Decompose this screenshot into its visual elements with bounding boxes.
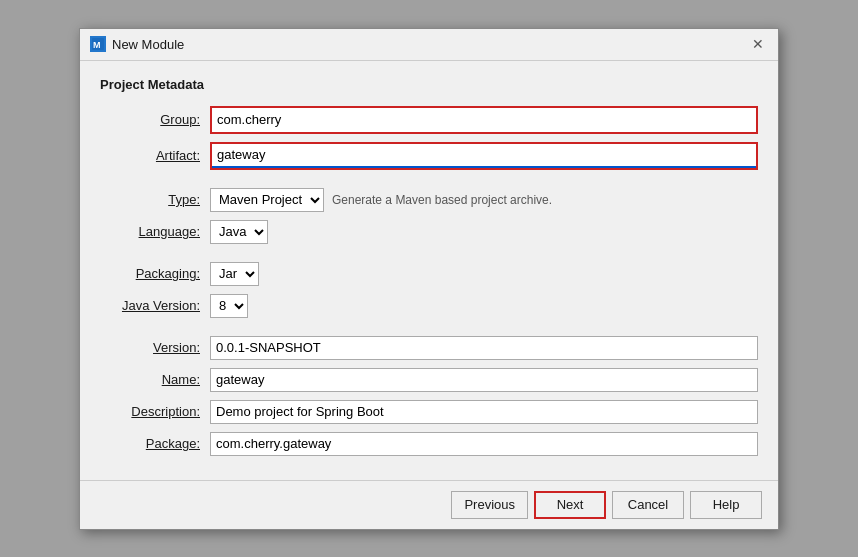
dialog-title: New Module	[112, 37, 184, 52]
description-input[interactable]	[210, 400, 758, 424]
type-description: Generate a Maven based project archive.	[332, 193, 552, 207]
version-row: Version:	[100, 336, 758, 360]
language-label: Language:	[100, 224, 210, 239]
java-version-label: Java Version:	[100, 298, 210, 313]
dialog-footer: Previous Next Cancel Help	[80, 480, 778, 529]
language-select[interactable]: Java	[210, 220, 268, 244]
close-button[interactable]: ✕	[748, 34, 768, 54]
name-input[interactable]	[210, 368, 758, 392]
artifact-row: Artifact:	[100, 142, 758, 170]
version-input[interactable]	[210, 336, 758, 360]
next-button[interactable]: Next	[534, 491, 606, 519]
cancel-button[interactable]: Cancel	[612, 491, 684, 519]
section-title: Project Metadata	[100, 77, 758, 92]
help-button[interactable]: Help	[690, 491, 762, 519]
java-version-select[interactable]: 8	[210, 294, 248, 318]
previous-button[interactable]: Previous	[451, 491, 528, 519]
packaging-select[interactable]: Jar	[210, 262, 259, 286]
group-input[interactable]	[212, 108, 756, 132]
group-label: Group:	[100, 112, 210, 127]
dialog-body: Project Metadata Group: Artifact: Type: …	[80, 61, 778, 480]
packaging-label: Packaging:	[100, 266, 210, 281]
type-label: Type:	[100, 192, 210, 207]
package-row: Package:	[100, 432, 758, 456]
app-icon: M	[90, 36, 106, 52]
package-input[interactable]	[210, 432, 758, 456]
package-label: Package:	[100, 436, 210, 451]
svg-text:M: M	[93, 40, 101, 50]
name-label: Name:	[100, 372, 210, 387]
language-row: Language: Java	[100, 220, 758, 244]
version-label: Version:	[100, 340, 210, 355]
type-row: Type: Maven Project Generate a Maven bas…	[100, 188, 758, 212]
name-row: Name:	[100, 368, 758, 392]
title-bar: M New Module ✕	[80, 29, 778, 61]
title-bar-left: M New Module	[90, 36, 184, 52]
type-select[interactable]: Maven Project	[210, 188, 324, 212]
type-container: Maven Project Generate a Maven based pro…	[210, 188, 552, 212]
java-version-row: Java Version: 8	[100, 294, 758, 318]
artifact-label: Artifact:	[100, 148, 210, 163]
new-module-dialog: M New Module ✕ Project Metadata Group: A…	[79, 28, 779, 530]
packaging-row: Packaging: Jar	[100, 262, 758, 286]
description-label: Description:	[100, 404, 210, 419]
group-row: Group:	[100, 106, 758, 134]
description-row: Description:	[100, 400, 758, 424]
artifact-input[interactable]	[212, 144, 756, 168]
